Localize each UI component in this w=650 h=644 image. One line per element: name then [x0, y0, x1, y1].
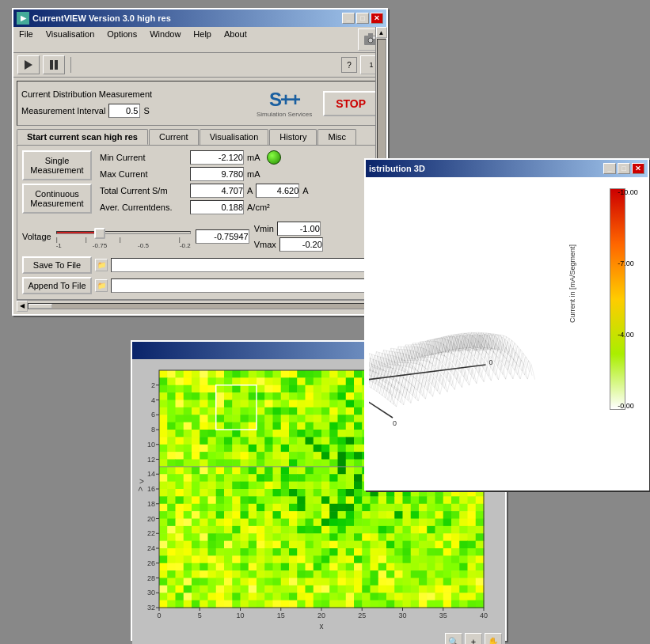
plot-3d-title-text: istribution 3D — [369, 164, 425, 173]
h-scrollbar: ◀ ▶ — [17, 300, 383, 311]
tab-start-scan[interactable]: Start current scan high res — [17, 129, 148, 145]
play-button[interactable] — [17, 55, 40, 74]
menu-help[interactable]: Help — [191, 28, 214, 51]
logo-main: S++ — [257, 89, 312, 111]
interval-input[interactable] — [108, 104, 140, 118]
tick-2: | — [86, 236, 87, 243]
vmin-label: Vmin — [254, 224, 274, 233]
toolbar-separator — [70, 57, 71, 73]
append-file-row: Append To File 📁 — [22, 277, 378, 294]
total-current-row: Total Current S/m A A — [100, 184, 378, 198]
total-current-value2[interactable] — [256, 184, 299, 198]
colorbar-area: -10.00 -7.00 -4.00 -0.00 — [594, 180, 641, 465]
svg-rect-1 — [368, 33, 373, 36]
tab-visualisation[interactable]: Visualisation — [200, 129, 269, 145]
continuous-measurement-button[interactable]: ContinuousMeasurement — [22, 184, 92, 214]
save-file-input[interactable] — [111, 258, 378, 272]
colorbar-label-mid: -4.00 — [618, 331, 638, 339]
pan-icon[interactable]: ✋ — [485, 633, 502, 644]
append-file-input[interactable] — [111, 278, 378, 293]
zoom-icon[interactable]: 🔍 — [445, 633, 462, 644]
scroll-track[interactable] — [28, 303, 372, 309]
values-panel: Min Current mA Max Current mA Total Curr… — [100, 150, 378, 217]
maximize-button[interactable]: □ — [356, 13, 369, 24]
vmin-input[interactable] — [277, 222, 321, 236]
svg-point-2 — [368, 38, 373, 43]
append-browse-icon[interactable]: 📁 — [95, 279, 108, 292]
append-to-file-button[interactable]: Append To File — [22, 277, 92, 294]
plot-3d-controls: _ □ ✕ — [603, 163, 644, 174]
tab-current[interactable]: Current — [149, 129, 199, 145]
save-file-row: Save To File 📁 — [22, 256, 378, 274]
min-current-unit: mA — [247, 153, 260, 162]
header-section: Current Distribution Measurement Measure… — [17, 81, 383, 126]
aver-current-label: Aver. Currentdens. — [100, 203, 187, 212]
scroll-up-arrow[interactable]: ▲ — [376, 27, 387, 38]
panel-content: SingleMeasurement ContinuousMeasurement … — [22, 150, 378, 217]
menu-window[interactable]: Window — [147, 28, 183, 51]
scroll-thumb[interactable] — [29, 304, 52, 309]
tick-4: | — [179, 236, 181, 243]
menu-options[interactable]: Options — [105, 28, 139, 51]
interval-row: Measurement Interval S — [21, 104, 245, 118]
menu-about[interactable]: About — [222, 28, 249, 51]
tab-misc[interactable]: Misc — [317, 129, 356, 145]
slider-label-2: -0.75 — [93, 242, 107, 249]
measurement-buttons: SingleMeasurement ContinuousMeasurement — [22, 150, 92, 214]
toolbar: ? 1 — [13, 53, 386, 78]
plot3d-close[interactable]: ✕ — [632, 163, 644, 174]
plot-3d-title-bar: istribution 3D _ □ ✕ — [366, 160, 648, 177]
slider-label-4: -0.2 — [180, 242, 191, 249]
save-to-file-button[interactable]: Save To File — [22, 256, 92, 274]
max-current-row: Max Current mA — [100, 167, 378, 181]
app-icon: ▶ — [17, 12, 29, 25]
main-window: ▶ CurrentVIEW Version 3.0 high res _ □ ✕… — [12, 8, 388, 316]
stop-button[interactable]: STOP — [323, 91, 378, 116]
logo-area: S++ Simulation Services — [250, 85, 318, 121]
slider-fill — [56, 231, 191, 234]
tick-3: | — [120, 236, 121, 243]
save-browse-icon[interactable]: 📁 — [95, 259, 108, 271]
max-current-value[interactable] — [190, 167, 244, 181]
vmax-input[interactable] — [279, 237, 323, 252]
total-current-value1[interactable] — [190, 184, 244, 198]
voltage-slider-area: | | | | -1 -0.75 -0.5 -0.2 — [56, 225, 191, 249]
content-area: Current Distribution Measurement Measure… — [13, 78, 386, 314]
plot-3d-content: -10.00 -7.00 -4.00 -0.00 — [366, 177, 648, 468]
menu-file[interactable]: File — [17, 28, 36, 51]
scrollbar-area: Start current scan high res Current Visu… — [17, 129, 383, 311]
menu-visualisation[interactable]: Visualisation — [44, 28, 97, 51]
colorbar-label-high: -7.00 — [618, 259, 638, 267]
colorbar-label-min: -0.00 — [618, 402, 638, 410]
vmax-row: Vmax — [254, 237, 323, 252]
minimize-button[interactable]: _ — [342, 13, 355, 24]
scroll-left-arrow[interactable]: ◀ — [17, 301, 28, 312]
plot-2d-toolbar: 🔍 + ✋ — [135, 633, 502, 644]
total-current-unit1: A — [247, 186, 253, 195]
tab-history[interactable]: History — [269, 129, 317, 145]
main-window-title: CurrentVIEW Version 3.0 high res — [32, 13, 171, 23]
measurement-title: Current Distribution Measurement — [21, 89, 245, 99]
plus-icon[interactable]: + — [465, 633, 482, 644]
close-button[interactable]: ✕ — [371, 13, 383, 24]
voltage-slider-track: | | | | — [56, 225, 191, 241]
plot3d-maximize[interactable]: □ — [618, 163, 630, 174]
svg-rect-5 — [50, 60, 53, 70]
vmin-row: Vmin — [254, 222, 323, 236]
colorbar-label-max: -10.00 — [618, 188, 638, 196]
voltage-value-input[interactable] — [196, 229, 249, 244]
single-measurement-button[interactable]: SingleMeasurement — [22, 150, 92, 180]
plot3d-minimize[interactable]: _ — [603, 163, 616, 174]
min-current-value[interactable] — [190, 150, 244, 165]
slider-thumb[interactable] — [94, 228, 105, 239]
tab-panel: SingleMeasurement ContinuousMeasurement … — [17, 145, 383, 300]
window-controls: _ □ ✕ — [342, 13, 383, 24]
main-title-bar: ▶ CurrentVIEW Version 3.0 high res _ □ ✕ — [13, 9, 386, 27]
pause-button[interactable] — [43, 55, 65, 74]
tabs-row: Start current scan high res Current Visu… — [17, 129, 383, 145]
aver-current-row: Aver. Currentdens. A/cm² — [100, 200, 378, 214]
file-section: Save To File 📁 Append To File 📁 — [22, 256, 378, 294]
aver-current-value[interactable] — [190, 200, 244, 214]
help-button[interactable]: ? — [341, 57, 357, 73]
header-left: Current Distribution Measurement Measure… — [21, 89, 245, 118]
